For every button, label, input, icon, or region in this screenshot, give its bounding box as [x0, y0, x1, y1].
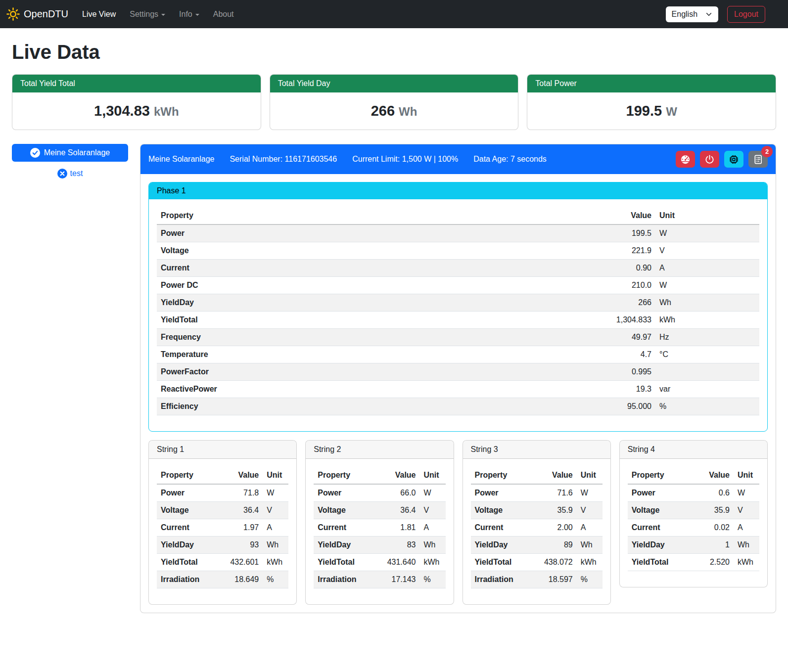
column-header: Property — [471, 467, 535, 484]
column-header: Property — [157, 207, 596, 224]
property-cell: Voltage — [157, 502, 221, 519]
value-cell: 432.601 — [221, 554, 263, 571]
table-row: Irradiation17.143% — [314, 571, 445, 588]
table-header-row: PropertyValueUnit — [157, 207, 759, 224]
property-cell: Current — [314, 519, 377, 537]
column-header: Value — [378, 467, 420, 484]
inverter-limit: Current Limit: 1,500 W | 100% — [352, 155, 458, 164]
table-row: YieldDay1Wh — [628, 537, 759, 554]
value-cell: 71.8 — [221, 484, 263, 502]
nav-settings-label: Settings — [130, 10, 158, 18]
value-cell: 2.00 — [535, 519, 577, 537]
nav-live-view[interactable]: Live View — [75, 6, 123, 23]
property-cell: Voltage — [471, 502, 535, 519]
string-table: PropertyValueUnitPower71.8WVoltage36.4VC… — [157, 467, 288, 588]
inverter-card-body: Phase 1 PropertyValueUnitPower199.5WVolt… — [140, 174, 776, 613]
property-cell: YieldDay — [157, 294, 596, 312]
value-cell: 19.3 — [596, 381, 655, 398]
string-card-title: String 4 — [620, 441, 767, 459]
unit-cell: W — [655, 224, 759, 242]
value-cell: 1 — [692, 537, 734, 554]
unit-cell: Wh — [577, 537, 603, 554]
unit-cell: A — [734, 519, 759, 537]
table-header-row: PropertyValueUnit — [471, 467, 603, 484]
string-card-title: String 1 — [149, 441, 296, 459]
page-title: Live Data — [12, 41, 776, 63]
card-value-line: 1,304.83 kWh — [12, 92, 261, 130]
phase-panel-title: Phase 1 — [149, 182, 767, 199]
event-log-button[interactable]: 2 — [748, 151, 768, 168]
logout-button[interactable]: Logout — [727, 6, 765, 23]
unit-cell — [655, 363, 759, 381]
table-row: Current0.90A — [157, 260, 759, 277]
power-button[interactable] — [700, 151, 719, 168]
table-row: Irradiation18.649% — [157, 571, 288, 588]
unit-cell: % — [263, 571, 288, 588]
table-row: Irradiation18.597% — [471, 571, 603, 588]
card-value-line: 266 Wh — [270, 92, 518, 130]
total-power-card: Total Power 199.5 W — [527, 74, 776, 130]
table-row: Frequency49.97Hz — [157, 329, 759, 346]
value-cell: 17.143 — [378, 571, 420, 588]
brand[interactable]: OpenDTU — [6, 7, 68, 21]
table-row: PowerFactor0.995 — [157, 363, 759, 381]
table-row: Power DC210.0W — [157, 277, 759, 294]
property-cell: Irradiation — [157, 571, 221, 588]
device-info-button[interactable] — [724, 151, 743, 168]
inverter-tab-test[interactable]: test — [57, 169, 83, 179]
property-cell: Voltage — [628, 502, 692, 519]
value-cell: 266 — [596, 294, 655, 312]
table-row: Power66.0W — [314, 484, 445, 502]
column-header: Unit — [420, 467, 446, 484]
limit-settings-button[interactable] — [676, 151, 695, 168]
column-header: Unit — [577, 467, 603, 484]
table-row: YieldTotal1,304.833kWh — [157, 312, 759, 329]
property-cell: Frequency — [157, 329, 596, 346]
property-cell: YieldDay — [471, 537, 535, 554]
value-cell: 4.7 — [596, 346, 655, 363]
column-header: Unit — [734, 467, 759, 484]
property-cell: Power DC — [157, 277, 596, 294]
table-row: Voltage36.4V — [314, 502, 445, 519]
unit-cell: kWh — [655, 312, 759, 329]
table-row: Power71.6W — [471, 484, 603, 502]
value-cell: 71.6 — [535, 484, 577, 502]
caret-down-icon — [195, 14, 199, 16]
unit-cell: Wh — [655, 294, 759, 312]
unit-cell: Wh — [734, 537, 759, 554]
value-cell: 36.4 — [221, 502, 263, 519]
unit-cell: Hz — [655, 329, 759, 346]
inverter-name: Meine Solaranlage — [148, 155, 214, 164]
unit-cell: % — [420, 571, 446, 588]
property-cell: YieldTotal — [157, 554, 221, 571]
card-value: 266 — [371, 103, 395, 119]
card-title: Total Yield Day — [270, 75, 518, 92]
string-card-body: PropertyValueUnitPower0.6WVoltage35.9VCu… — [620, 459, 767, 587]
language-select[interactable]: English — [666, 6, 718, 22]
navbar: OpenDTU Live View Settings Info About En… — [0, 0, 788, 28]
unit-cell: kWh — [263, 554, 288, 571]
value-cell: 0.02 — [692, 519, 734, 537]
inverter-tab-meine-solaranlage[interactable]: Meine Solaranlage — [12, 144, 128, 162]
table-row: YieldTotal432.601kWh — [157, 554, 288, 571]
property-cell: Efficiency — [157, 398, 596, 415]
table-row: Current1.81A — [314, 519, 445, 537]
table-header-row: PropertyValueUnit — [157, 467, 288, 484]
value-cell: 210.0 — [596, 277, 655, 294]
unit-cell: W — [263, 484, 288, 502]
inverter-data-age: Data Age: 7 seconds — [473, 155, 547, 164]
sun-icon — [6, 7, 20, 21]
string-table: PropertyValueUnitPower71.6WVoltage35.9VC… — [471, 467, 603, 588]
nav-info[interactable]: Info — [172, 6, 206, 23]
nav-about[interactable]: About — [206, 6, 241, 23]
nav-settings[interactable]: Settings — [123, 6, 172, 23]
brand-label: OpenDTU — [24, 8, 68, 20]
property-cell: Current — [157, 519, 221, 537]
phase-table: PropertyValueUnitPower199.5WVoltage221.9… — [157, 207, 759, 415]
unit-cell: A — [263, 519, 288, 537]
property-cell: YieldTotal — [157, 312, 596, 329]
string-card-title: String 3 — [463, 441, 610, 459]
card-value: 1,304.83 — [94, 103, 150, 119]
column-header: Property — [157, 467, 221, 484]
string-card-body: PropertyValueUnitPower71.6WVoltage35.9VC… — [463, 459, 610, 604]
